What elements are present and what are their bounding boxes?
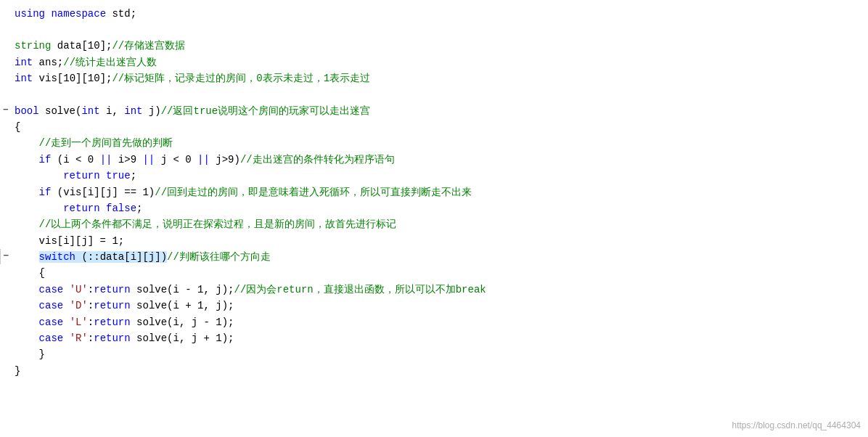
code-token: using <box>15 8 45 20</box>
code-token <box>100 170 106 181</box>
code-content: case 'D':return solve(i + 1, j); <box>13 298 865 314</box>
fold-marker[interactable]: − <box>0 103 12 118</box>
code-content: } <box>13 346 865 362</box>
code-content: case 'U':return solve(i - 1, j);//因为会ret… <box>13 282 865 298</box>
code-content: using namespace std; <box>13 6 865 22</box>
code-token: (i < 0 <box>51 154 99 166</box>
code-token: case <box>39 284 64 295</box>
code-token: //以上两个条件都不满足，说明正在探索过程，且是新的房间，故首先进行标记 <box>39 218 397 230</box>
code-token: 'L' <box>70 316 88 328</box>
code-token: if <box>39 187 52 198</box>
code-line: case 'L':return solve(i, j - 1); <box>0 314 868 330</box>
code-token: //统计走出迷宫人数 <box>63 57 157 68</box>
code-line: } <box>0 363 868 379</box>
code-token: : <box>88 316 94 328</box>
code-content: switch (::data[i][j])//判断该往哪个方向走 <box>13 249 865 265</box>
code-token: switch <box>39 251 75 263</box>
code-content: int ans;//统计走出迷宫人数 <box>13 54 865 70</box>
code-token <box>100 203 106 214</box>
code-token <box>63 332 69 344</box>
code-token: return <box>63 170 99 181</box>
code-line: case 'D':return solve(i + 1, j); <box>0 298 868 314</box>
code-content: } <box>13 363 865 379</box>
fold-marker[interactable]: − <box>0 249 12 264</box>
code-token <box>15 187 39 198</box>
watermark: https://blog.csdn.net/qq_4464304 <box>732 419 861 433</box>
code-token: i, <box>100 105 125 117</box>
code-token: ; <box>131 170 136 181</box>
code-token: : <box>88 300 94 311</box>
code-token <box>15 316 39 328</box>
code-content: if (vis[i][j] == 1)//回到走过的房间，即是意味着进入死循环，… <box>13 184 865 200</box>
code-line: int vis[10][10];//标记矩阵，记录走过的房间，0表示未走过，1表… <box>0 70 868 86</box>
code-editor: using namespace std;string data[10];//存储… <box>0 0 868 437</box>
code-content: int vis[10][10];//标记矩阵，记录走过的房间，0表示未走过，1表… <box>13 70 865 86</box>
code-token: || <box>100 154 112 166</box>
code-line: int ans;//统计走出迷宫人数 <box>0 54 868 70</box>
code-token: : <box>88 284 94 295</box>
code-line <box>0 22 868 38</box>
code-token: //存储迷宫数据 <box>112 40 185 52</box>
code-token: i>9 <box>112 154 142 166</box>
code-content: bool solve(int i, int j)//返回true说明这个房间的玩… <box>13 103 865 119</box>
code-token: true <box>106 170 131 181</box>
code-line: return false; <box>0 200 868 216</box>
code-token: || <box>142 154 155 166</box>
code-token: return <box>94 300 130 311</box>
code-token: return <box>94 316 130 328</box>
code-token: j) <box>142 105 160 117</box>
code-content: return false; <box>13 200 865 216</box>
code-token: { <box>15 267 45 279</box>
code-token: j < 0 <box>155 154 197 166</box>
code-line: using namespace std; <box>0 6 868 22</box>
code-token <box>15 137 39 149</box>
code-token: //走到一个房间首先做的判断 <box>39 137 173 149</box>
code-line: − switch (::data[i][j])//判断该往哪个方向走 <box>0 249 868 265</box>
code-token <box>15 332 39 344</box>
code-token: string <box>15 40 51 52</box>
code-token: solve(i + 1, j); <box>131 300 234 311</box>
code-content: { <box>13 265 865 281</box>
code-line: { <box>0 265 868 281</box>
code-content: case 'R':return solve(i, j + 1); <box>13 330 865 346</box>
code-token: bool <box>15 105 39 117</box>
code-content: case 'L':return solve(i, j - 1); <box>13 314 865 330</box>
code-token: ; <box>136 203 142 214</box>
code-token: solve( <box>39 105 82 117</box>
code-token <box>15 300 39 311</box>
code-token <box>15 170 63 181</box>
code-token: //返回true说明这个房间的玩家可以走出迷宫 <box>161 105 370 117</box>
code-token <box>63 316 69 328</box>
code-content: string data[10];//存储迷宫数据 <box>13 38 865 54</box>
code-token <box>63 300 69 311</box>
code-token: //走出迷宫的条件转化为程序语句 <box>240 154 395 166</box>
code-token <box>63 284 69 295</box>
code-token: 'D' <box>70 300 88 311</box>
code-token: { <box>15 121 20 133</box>
code-token <box>15 218 39 230</box>
code-line: if (vis[i][j] == 1)//回到走过的房间，即是意味着进入死循环，… <box>0 184 868 200</box>
code-lines: using namespace std;string data[10];//存储… <box>0 6 868 379</box>
code-content: //走到一个房间首先做的判断 <box>13 135 865 151</box>
code-token: int <box>124 105 142 117</box>
code-content: //以上两个条件都不满足，说明正在探索过程，且是新的房间，故首先进行标记 <box>13 216 865 232</box>
code-token: } <box>15 365 20 377</box>
code-token: int <box>81 105 99 117</box>
code-line <box>0 87 868 103</box>
code-token: //判断该往哪个方向走 <box>167 251 271 263</box>
code-token: (::data[i][j]) <box>75 251 167 263</box>
code-line: } <box>0 346 868 362</box>
code-line: //以上两个条件都不满足，说明正在探索过程，且是新的房间，故首先进行标记 <box>0 216 868 232</box>
code-token: return <box>63 203 99 214</box>
code-token: int <box>15 57 33 68</box>
code-line: { <box>0 119 868 135</box>
code-token: //标记矩阵，记录走过的房间，0表示未走过，1表示走过 <box>112 73 370 84</box>
code-token: solve(i, j - 1); <box>131 316 234 328</box>
code-token <box>15 251 39 263</box>
code-line: case 'U':return solve(i - 1, j);//因为会ret… <box>0 282 868 298</box>
code-token: case <box>39 332 64 344</box>
code-content: vis[i][j] = 1; <box>13 233 865 249</box>
code-token: (vis[i][j] == 1) <box>51 187 155 198</box>
code-token: 'R' <box>70 332 88 344</box>
code-token: ans; <box>33 57 63 68</box>
